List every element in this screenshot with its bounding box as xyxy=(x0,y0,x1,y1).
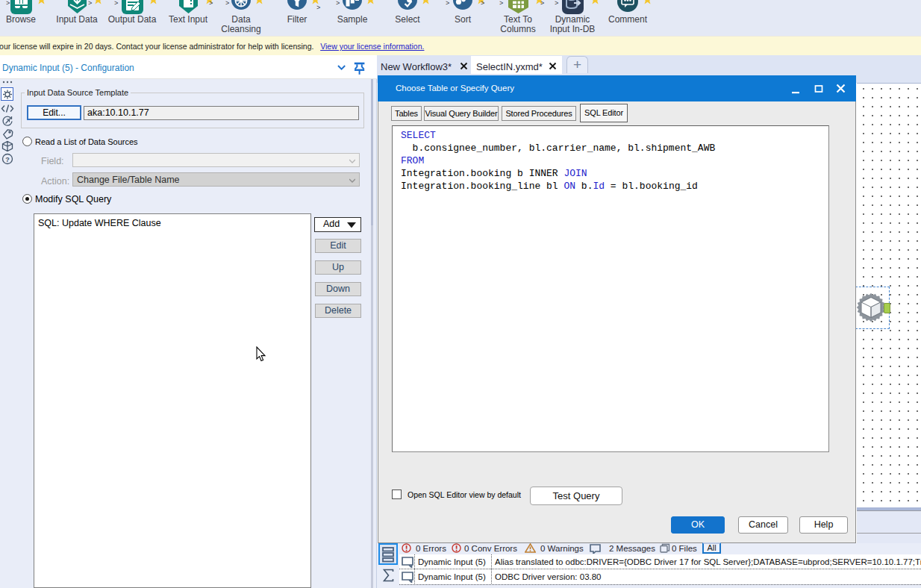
svg-text:?: ? xyxy=(5,156,10,163)
